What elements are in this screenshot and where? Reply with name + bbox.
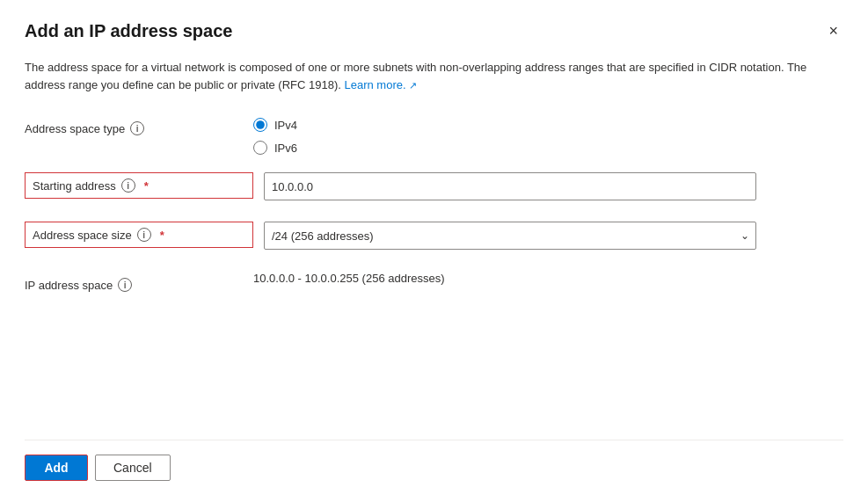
ip-address-space-info-icon[interactable]: i (118, 278, 132, 292)
starting-address-row: Starting address i * (25, 172, 843, 204)
cancel-button[interactable]: Cancel (95, 455, 171, 481)
address-space-size-control: /8 (16777216 addresses) /16 (65536 addre… (253, 222, 843, 250)
radio-ipv6-label: IPv6 (274, 142, 297, 155)
form-section: Address space type i IPv4 IPv6 (25, 114, 843, 404)
ip-address-space-label: IP address space i (25, 271, 253, 292)
starting-address-input[interactable] (264, 172, 756, 200)
dialog-title: Add an IP address space (25, 21, 232, 41)
address-space-type-control: IPv4 IPv6 (253, 114, 843, 155)
dialog: Add an IP address space × The address sp… (0, 0, 868, 502)
dialog-description: The address space for a virtual network … (25, 59, 816, 93)
address-space-size-select-wrapper: /8 (16777216 addresses) /16 (65536 addre… (264, 222, 756, 250)
address-space-type-info-icon[interactable]: i (130, 121, 144, 135)
ip-address-space-value: 10.0.0.0 - 10.0.0.255 (256 addresses) (253, 271, 843, 285)
address-space-size-label: Address space size i * (25, 222, 253, 248)
address-space-size-info-icon[interactable]: i (137, 228, 151, 242)
ip-address-space-text: 10.0.0.0 - 10.0.0.255 (256 addresses) (253, 265, 445, 285)
starting-address-control (253, 172, 843, 200)
address-space-type-label: Address space type i (25, 114, 253, 135)
starting-address-required: * (144, 179, 149, 193)
address-space-size-select[interactable]: /8 (16777216 addresses) /16 (65536 addre… (264, 222, 756, 250)
address-space-size-row: Address space size i * /8 (16777216 addr… (25, 222, 843, 253)
starting-address-info-icon[interactable]: i (121, 178, 135, 193)
radio-ipv6[interactable]: IPv6 (253, 141, 843, 155)
starting-address-label: Starting address i * (25, 172, 253, 199)
add-button[interactable]: Add (25, 455, 88, 481)
external-link-icon: ↗ (409, 80, 417, 91)
radio-ipv4[interactable]: IPv4 (253, 118, 843, 132)
dialog-footer: Add Cancel (25, 440, 843, 481)
radio-ipv4-label: IPv4 (274, 119, 297, 132)
address-space-size-required: * (160, 229, 164, 242)
address-space-type-row: Address space type i IPv4 IPv6 (25, 114, 843, 155)
dialog-header: Add an IP address space × (25, 21, 843, 41)
learn-more-link[interactable]: Learn more. ↗ (345, 78, 418, 91)
address-space-type-radio-group: IPv4 IPv6 (253, 114, 843, 155)
close-button[interactable]: × (823, 21, 843, 40)
ip-address-space-row: IP address space i 10.0.0.0 - 10.0.0.255… (25, 271, 843, 302)
